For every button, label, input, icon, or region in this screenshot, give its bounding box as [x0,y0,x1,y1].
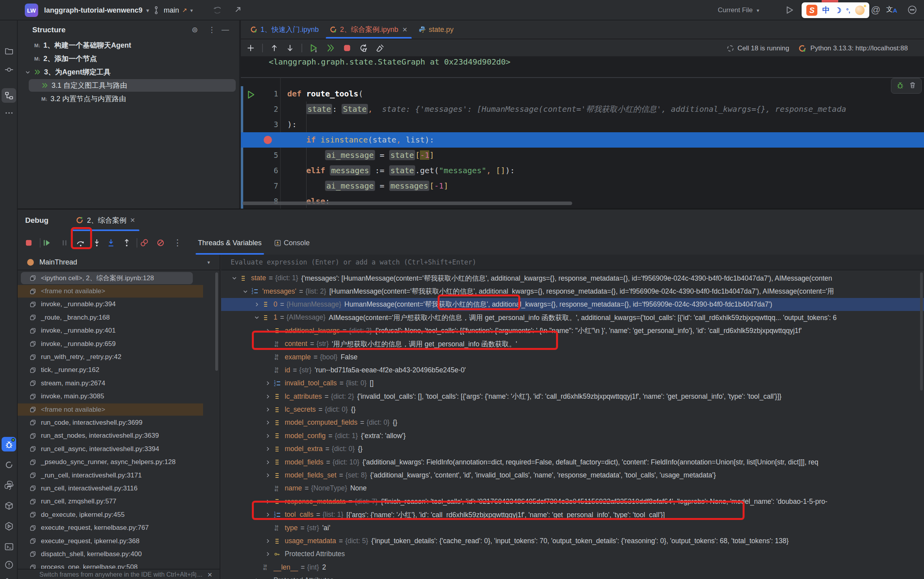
breakpoint-icon[interactable] [264,136,272,144]
chevron-right-icon[interactable] [251,577,262,579]
more-menu-icon[interactable] [907,5,917,15]
chevron-right-icon[interactable] [262,538,274,544]
horizontal-scrollbar[interactable] [242,202,572,205]
chevron-right-icon[interactable] [262,459,274,465]
variable-row[interactable]: Protected Attributes [221,574,924,579]
stack-frame-row[interactable]: do_execute, ipkernel.py:455 [18,508,220,521]
variable-row[interactable]: model_extra={dict: 0}{} [221,442,924,455]
stack-frame-row[interactable]: execute_request, kernelbase.py:767 [18,521,220,534]
code-line[interactable]: 1def route_tools( [241,86,924,102]
move-cell-up-button[interactable] [270,44,279,52]
stack-frame-row[interactable]: run_ast_nodes, interactiveshell.py:3639 [18,429,220,442]
code-line[interactable]: 5 ai_message = state[-1] [241,148,924,163]
close-icon[interactable]: ✕ [130,216,135,224]
chevron-right-icon[interactable] [251,302,262,307]
mute-breakpoints-button[interactable] [154,237,167,249]
add-cell-button[interactable] [246,44,255,52]
stack-frame-row[interactable]: <frame not available> [18,403,220,416]
variable-row[interactable]: 1={AIMessage}AIMessage(content='用户想获取小红的… [221,311,924,324]
editor-tab[interactable]: 2、综合案例.ipynb✕ [324,20,413,39]
run-all-cells-button[interactable] [326,43,335,53]
translate-icon[interactable]: 文A [886,5,897,14]
stack-frame-row[interactable]: invoke, _runnable.py:401 [18,324,220,337]
editor-tab[interactable]: 1、快速入门.ipynb [245,20,324,39]
stack-frame-row[interactable]: run_cell_async, interactiveshell.py:3394 [18,442,220,455]
stop-button[interactable] [22,237,35,249]
services-icon[interactable] [2,457,16,472]
variable-row[interactable]: 1001content={str}'用户想获取小红的信息，调用 get_pers… [221,337,924,350]
more-options-icon[interactable]: ⋮ [208,25,216,34]
stack-frame-row[interactable]: dispatch_shell, kernelbase.py:400 [18,548,220,561]
tab-threads-variables[interactable]: Threads & Variables [198,231,262,255]
stack-frame-row[interactable]: run_code, interactiveshell.py:3699 [18,416,220,429]
git-icon[interactable] [2,575,16,579]
open-external-icon[interactable] [233,5,243,15]
chevron-right-icon[interactable] [262,446,274,452]
code-line[interactable]: 2 state: State, state: {'messages': [Hum… [241,102,924,117]
tab-console[interactable]: Console [274,231,310,255]
run-config-selector[interactable]: Current File ▾ [718,0,759,20]
ime-popup[interactable]: S 中 ☽ °, [802,2,869,18]
view-options-icon[interactable]: ⊚ [192,25,198,34]
variable-row[interactable]: model_fields={dict: 10}{'additional_kwar… [221,455,924,468]
chevron-right-icon[interactable] [262,328,274,334]
project-icon[interactable] [2,43,16,58]
compare-arrows-icon[interactable] [213,5,223,15]
project-selector[interactable]: langgraph-tutorial-wenwenc9 ▾ [44,0,149,20]
stack-frame-row[interactable]: run_cell, interactiveshell.py:3116 [18,482,220,495]
view-breakpoints-button[interactable] [138,237,151,249]
run-anything-icon[interactable] [2,519,16,533]
chevron-right-icon[interactable] [262,512,274,518]
variable-row[interactable]: lc_secrets={dict: 0}{} [221,403,924,416]
stack-frame-row[interactable]: <ipython cell>, 2、综合案例.ipynb:128 [18,272,220,285]
variable-row[interactable]: lc_attributes={dict: 2}{'invalid_tool_ca… [221,390,924,403]
variable-row[interactable]: 12invalid_tool_calls={list: 0}[] [221,377,924,390]
thread-selector[interactable]: MainThread ▾ [18,255,220,270]
code-line[interactable]: 7 ai_message = messages[-1] [241,178,924,194]
variable-row[interactable]: 12tool_calls={list: 1}[{'args': {'name':… [221,508,924,521]
step-out-button[interactable] [120,237,133,249]
code-line[interactable]: if isinstance(state, list): [241,132,924,148]
commit-icon[interactable] [2,62,16,77]
variable-row[interactable]: 1001type={str}'ai' [221,521,924,534]
chevron-right-icon[interactable] [262,499,274,505]
variable-row[interactable]: model_computed_fields={dict: 0}{} [221,416,924,429]
run-button[interactable] [785,5,795,15]
force-step-into-button[interactable] [105,237,117,249]
more-actions-icon[interactable]: ⋮ [171,237,184,249]
editor-tab[interactable]: state.py [413,20,459,39]
dependencies-icon[interactable] [2,498,16,513]
stack-frame-row[interactable]: process_one, kernelbase.py:508 [18,561,220,569]
more-tools-icon[interactable] [2,105,16,120]
pause-button[interactable] [58,237,71,249]
variable-row[interactable]: response_metadata={dict: 7}{'finish_reas… [221,495,924,508]
run-cell-button[interactable] [309,43,319,53]
close-icon[interactable]: ✕ [402,26,407,33]
chevron-right-icon[interactable] [262,420,274,425]
chevron-right-icon[interactable] [262,407,274,413]
variable-row[interactable]: 1001__len__={int}2 [221,561,924,574]
chevron-right-icon[interactable] [262,394,274,400]
stack-frame-row[interactable]: invoke, _runnable.py:394 [18,298,220,311]
variables-scrollbar[interactable] [920,272,923,390]
chevron-right-icon[interactable] [262,551,274,557]
code-line[interactable]: 3): [241,117,924,132]
chevron-down-icon[interactable] [25,69,31,75]
stack-frame-row[interactable]: run_cell, zmqshell.py:577 [18,495,220,508]
stack-frame-row[interactable]: <frame not available> [18,285,220,298]
step-over-button[interactable] [74,237,87,249]
move-cell-down-button[interactable] [286,44,294,52]
structure-icon[interactable] [2,88,16,103]
variable-row[interactable]: 1001id={str}'run--bd71fa5a-eeae-4f2e-ab4… [221,364,924,377]
hide-panel-icon[interactable]: — [222,25,229,34]
stack-frame-row[interactable]: _pseudo_sync_runner, async_helpers.py:12… [18,455,220,468]
branch-selector[interactable]: main ↗ ▾ [164,0,193,20]
frames-scrollbar[interactable] [215,272,218,371]
structure-item[interactable]: M↓2、添加一个节点 [18,52,239,65]
stack-frame-row[interactable]: invoke, main.py:3085 [18,390,220,403]
code-line[interactable]: 6 elif messages := state.get("messages",… [241,163,924,178]
structure-item[interactable]: 3、为Agent绑定工具 [18,65,239,79]
close-icon[interactable]: ✕ [207,571,213,579]
variable-row[interactable]: model_config={dict: 1}{'extra': 'allow'} [221,429,924,442]
structure-item[interactable]: M↓1、构建一个基础聊天Agent [18,39,239,52]
